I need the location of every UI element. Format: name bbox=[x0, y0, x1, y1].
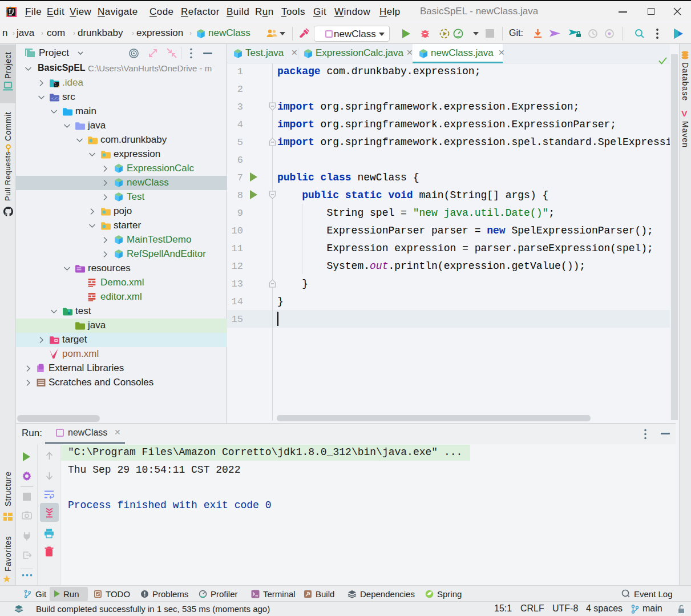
svg-text:</>: </> bbox=[51, 96, 59, 101]
